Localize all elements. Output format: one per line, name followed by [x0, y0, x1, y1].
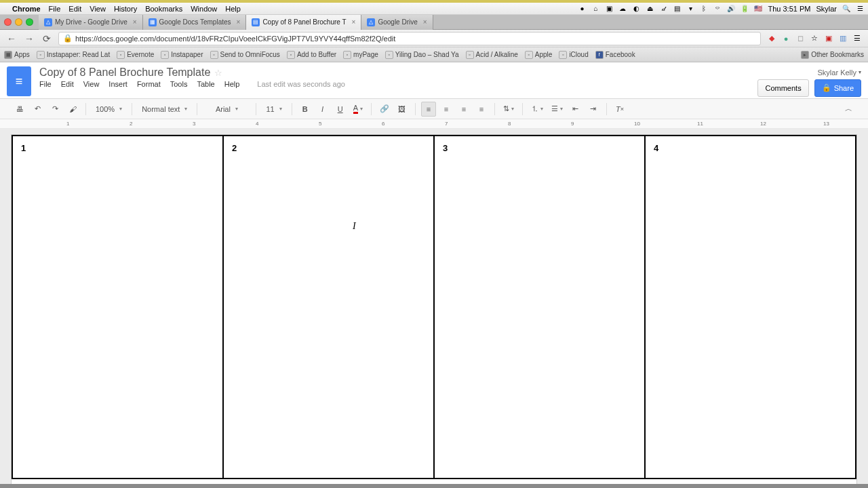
- bold-button[interactable]: B: [298, 102, 313, 117]
- mac-menu-bookmarks[interactable]: Bookmarks: [145, 5, 182, 13]
- reload-button[interactable]: ⟳: [41, 33, 53, 45]
- ext-icon[interactable]: ▣: [823, 33, 834, 44]
- menubar-icon[interactable]: ▣: [605, 5, 613, 13]
- chrome-menu-icon[interactable]: ☰: [852, 33, 863, 44]
- close-tab-icon[interactable]: ×: [423, 18, 427, 26]
- notifications-icon[interactable]: ☰: [856, 5, 864, 13]
- menubar-icon[interactable]: ●: [578, 5, 586, 13]
- back-button[interactable]: ←: [5, 33, 18, 45]
- browser-tab[interactable]: ▦Google Docs Templates×: [143, 15, 247, 30]
- align-justify-button[interactable]: ≡: [474, 102, 489, 117]
- brochure-panel-2[interactable]: 2: [224, 136, 435, 478]
- mac-user[interactable]: Skylar: [816, 5, 837, 13]
- menubar-icon[interactable]: ⏏: [646, 5, 654, 13]
- indent-button[interactable]: ⇥: [586, 102, 601, 117]
- bulleted-list-button[interactable]: ☰▾: [549, 102, 566, 117]
- align-right-button[interactable]: ≡: [456, 102, 471, 117]
- mac-menu-file[interactable]: File: [49, 5, 61, 13]
- star-icon[interactable]: ☆: [214, 68, 222, 78]
- wifi-icon[interactable]: ⌔: [713, 5, 722, 13]
- menubar-icon[interactable]: ▤: [673, 5, 681, 13]
- ext-icon[interactable]: ◆: [766, 33, 777, 44]
- browser-tab[interactable]: △My Drive - Google Drive×: [39, 15, 143, 30]
- mac-menu-window[interactable]: Window: [191, 5, 217, 13]
- bookmark-item[interactable]: ▫myPage: [343, 51, 378, 59]
- close-tab-icon[interactable]: ×: [237, 18, 241, 26]
- bookmark-item[interactable]: ▫Instapaper: Read Lat: [37, 51, 110, 59]
- document-page[interactable]: 1 2 3 4: [11, 134, 857, 487]
- mac-app-name[interactable]: Chrome: [12, 5, 41, 13]
- text-color-button[interactable]: A▾: [351, 102, 366, 117]
- redo-button[interactable]: ↷: [47, 102, 62, 117]
- document-canvas[interactable]: 1 2 3 4: [0, 129, 868, 488]
- underline-button[interactable]: U: [333, 102, 348, 117]
- menu-table[interactable]: Table: [197, 80, 214, 88]
- bookmark-item[interactable]: ▫Yiling Dao – Shad Ya: [385, 51, 459, 59]
- close-tab-icon[interactable]: ×: [352, 18, 356, 26]
- menubar-icon[interactable]: ☁: [618, 5, 627, 13]
- paint-format-button[interactable]: 🖌: [65, 102, 80, 117]
- battery-icon[interactable]: 🔋: [741, 5, 749, 13]
- bookmark-item[interactable]: ▫Apple: [525, 51, 553, 59]
- close-tab-icon[interactable]: ×: [133, 18, 137, 26]
- link-button[interactable]: 🔗: [377, 102, 392, 117]
- ext-icon[interactable]: ●: [781, 33, 791, 44]
- ext-icon[interactable]: ◻: [795, 33, 806, 44]
- menu-edit[interactable]: Edit: [61, 80, 74, 88]
- line-spacing-button[interactable]: ⇅▾: [500, 102, 517, 117]
- undo-button[interactable]: ↶: [30, 102, 45, 117]
- menubar-icon[interactable]: ▾: [686, 5, 694, 13]
- brochure-table[interactable]: 1 2 3 4: [12, 135, 856, 479]
- mac-menu-view[interactable]: View: [90, 5, 106, 13]
- close-window-button[interactable]: [4, 18, 12, 26]
- outdent-button[interactable]: ⇤: [568, 102, 583, 117]
- brochure-panel-4[interactable]: 4: [646, 136, 855, 478]
- horizontal-ruler[interactable]: 1 2 3 4 5 6 7 8 9 10 11 12 13: [0, 119, 868, 129]
- mac-menu-help[interactable]: Help: [225, 5, 241, 13]
- bookmark-item[interactable]: ▫Evernote: [117, 51, 154, 59]
- volume-icon[interactable]: 🔊: [727, 5, 735, 13]
- comments-button[interactable]: Comments: [757, 79, 808, 97]
- menu-format[interactable]: Format: [137, 80, 161, 88]
- mac-menu-history[interactable]: History: [114, 5, 137, 13]
- italic-button[interactable]: I: [315, 102, 330, 117]
- collapse-toolbar-button[interactable]: ︿: [841, 102, 856, 117]
- menu-tools[interactable]: Tools: [170, 80, 188, 88]
- ext-icon[interactable]: ☆: [809, 33, 820, 44]
- bookmark-item[interactable]: ▫Instapaper: [161, 51, 203, 59]
- forward-button[interactable]: →: [23, 33, 35, 45]
- menubar-icon[interactable]: ◐: [632, 5, 640, 13]
- font-size-select[interactable]: 11▾: [262, 102, 285, 117]
- bookmark-item[interactable]: ▫Acid / Alkaline: [466, 51, 518, 59]
- bluetooth-icon[interactable]: ᛒ: [700, 5, 708, 13]
- other-bookmarks-button[interactable]: ▸Other Bookmarks: [801, 51, 864, 59]
- menu-insert[interactable]: Insert: [108, 80, 127, 88]
- flag-icon[interactable]: 🇺🇸: [754, 5, 762, 13]
- numbered-list-button[interactable]: ⒈▾: [528, 102, 546, 117]
- apps-button[interactable]: ▦Apps: [4, 51, 30, 59]
- minimize-window-button[interactable]: [15, 18, 22, 26]
- clear-formatting-button[interactable]: T×: [612, 102, 627, 117]
- browser-tab-active[interactable]: ▤Copy of 8 Panel Brochure T×: [246, 15, 361, 30]
- zoom-select[interactable]: 100%▾: [92, 102, 126, 117]
- style-select[interactable]: Normal text▾: [138, 102, 191, 117]
- bookmark-item[interactable]: ▫Add to Buffer: [287, 51, 336, 59]
- mac-clock[interactable]: Thu 3:51 PM: [768, 5, 810, 13]
- zoom-window-button[interactable]: [26, 18, 33, 26]
- image-button[interactable]: 🖼: [395, 102, 410, 117]
- account-menu[interactable]: Skylar Kelly▾: [818, 68, 861, 77]
- menubar-icon[interactable]: ⌂: [591, 5, 599, 13]
- brochure-panel-1[interactable]: 1: [13, 136, 224, 478]
- bookmark-item[interactable]: ▫iCloud: [559, 51, 588, 59]
- align-left-button[interactable]: ≡: [421, 102, 436, 117]
- brochure-panel-3[interactable]: 3: [435, 136, 646, 478]
- docs-home-icon[interactable]: ≡: [7, 66, 31, 96]
- menu-view[interactable]: View: [83, 80, 100, 88]
- print-button[interactable]: 🖶: [12, 102, 27, 117]
- font-select[interactable]: Arial▾: [203, 102, 250, 117]
- bookmark-item[interactable]: ▫Send to OmniFocus: [210, 51, 280, 59]
- align-center-button[interactable]: ≡: [439, 102, 454, 117]
- bookmark-item[interactable]: fFacebook: [595, 51, 635, 59]
- menubar-icon[interactable]: 𝒹: [659, 5, 667, 13]
- spotlight-icon[interactable]: 🔍: [842, 5, 850, 13]
